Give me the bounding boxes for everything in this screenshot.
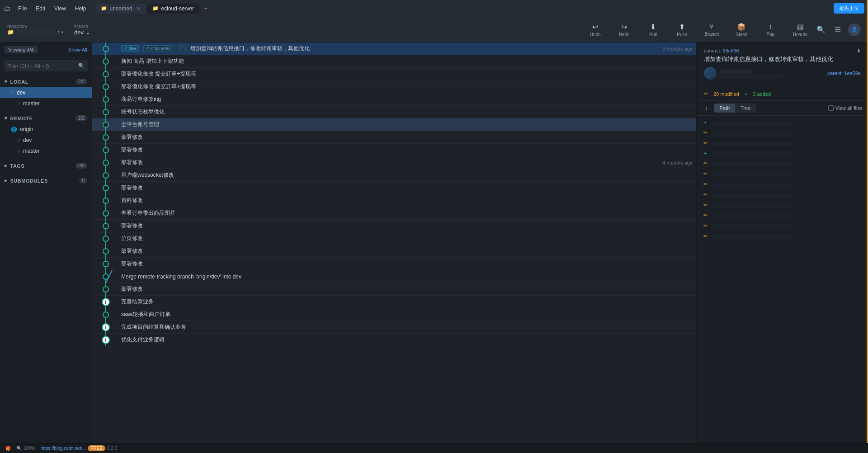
add-tab-button[interactable]: +: [200, 3, 211, 14]
status-bar: 🎁 🔍 100% https://blog.csdn.net/... FREE …: [0, 443, 868, 453]
view-all-checkbox[interactable]: [828, 105, 834, 111]
svg-point-46: [103, 312, 108, 317]
file-item[interactable]: +— — — — — — — — — — — — —: [697, 148, 868, 158]
tab-ecloud-server[interactable]: 📁 ecloud-server: [147, 4, 200, 14]
menu-help[interactable]: Help: [71, 4, 90, 14]
local-section-header[interactable]: ▾ LOCAL 2/2: [0, 76, 92, 87]
show-all-button[interactable]: Show All: [68, 47, 87, 52]
file-item[interactable]: ✏— — — — — — — — — — — — —: [697, 169, 868, 179]
repo-selector[interactable]: repository 📁 — — — — — — › ›: [7, 24, 71, 35]
sort-button[interactable]: ↕: [702, 104, 711, 113]
search-button[interactable]: 🔍: [815, 24, 827, 36]
branch-label: branch: [74, 24, 119, 29]
commit-row[interactable]: 分页修改: [92, 232, 696, 245]
file-item[interactable]: ✏— — — — — — — — — — — — —: [697, 231, 868, 241]
file-item[interactable]: ✏— — — — — — — — — — — — —: [697, 127, 868, 138]
avatar[interactable]: 👤: [848, 24, 861, 36]
file-list: +— — — — — — — — — — — — —✏— — — — — — —…: [697, 116, 868, 453]
commit-row[interactable]: i完成项目的结算和确认业务: [92, 321, 696, 334]
commit-row[interactable]: i完善结算业务: [92, 296, 696, 308]
redo-button[interactable]: ↪ Redo: [611, 20, 638, 40]
commit-message: 部署修改: [121, 247, 693, 255]
commit-row[interactable]: 用户端websocket修改: [92, 169, 696, 182]
commit-message: 用户端websocket修改: [121, 171, 693, 179]
menu-bar: File Edit View Help: [14, 4, 90, 14]
commit-row[interactable]: 部署修改: [92, 220, 696, 232]
commit-row[interactable]: 部署修改: [92, 182, 696, 194]
commit-row[interactable]: 商品订单修改ing: [92, 93, 696, 106]
parent-ref: parent: 1ea59a: [827, 71, 861, 76]
sidebar-item-origin-master[interactable]: ⑂ master: [0, 146, 92, 156]
commit-row[interactable]: 部署優化修改 提交訂單+提现等: [92, 80, 696, 93]
file-item[interactable]: ✏— — — — — — — — — — — — —: [697, 189, 868, 200]
menu-button[interactable]: ☰: [833, 24, 843, 36]
file-item[interactable]: ✏— — — — — — — — — — — — —: [697, 200, 868, 210]
push-button[interactable]: ⬆ Push: [669, 20, 696, 40]
tags-section-header[interactable]: ▸ TAGS 0/0: [0, 160, 92, 171]
commit-info: 部署修改: [119, 133, 693, 141]
file-modified-icon: ✏: [702, 233, 708, 239]
submodules-section-header[interactable]: ▸ SUBMODULES 0: [0, 175, 92, 186]
menu-file[interactable]: File: [14, 4, 30, 14]
sidebar-item-origin-dev[interactable]: ⑂ dev: [0, 135, 92, 146]
commit-row[interactable]: 部署優化修改 提交訂單+提现等: [92, 68, 696, 80]
menu-edit[interactable]: Edit: [32, 4, 49, 14]
view-path-button[interactable]: Path: [714, 104, 736, 113]
branch-selector[interactable]: branch dev ⌄: [74, 24, 119, 36]
title-bar-right: 抢先上传: [834, 3, 864, 14]
sidebar-item-dev[interactable]: ⑂ dev: [0, 87, 92, 98]
commit-row[interactable]: 部署修改4 months ago: [92, 156, 696, 169]
file-item[interactable]: ✏— — — — — — — — — — — — —: [697, 138, 868, 148]
file-item[interactable]: ✏— — — — — — — — — — — — —: [697, 210, 868, 221]
gift-icon: 🎁: [5, 446, 11, 451]
file-name: — — — — — — — — — — — — —: [711, 223, 863, 229]
file-item[interactable]: +— — — — — — — — — — — — —: [697, 118, 868, 127]
commit-row[interactable]: 全平台账号管理: [92, 118, 696, 131]
commit-row[interactable]: 查看订单带出商品图片: [92, 207, 696, 220]
view-all-files[interactable]: View all files: [828, 105, 863, 111]
tab-repo-icon: 📁: [152, 5, 159, 11]
origin-master-label: master: [23, 148, 40, 154]
upload-button[interactable]: 抢先上传: [834, 3, 864, 14]
commit-info: 部署修改: [119, 260, 693, 268]
remote-section-header[interactable]: ▾ REMOTE 2/2: [0, 113, 92, 124]
file-item[interactable]: ✏— — — — — — — — — — — — —: [697, 221, 868, 231]
commit-row[interactable]: i优化支付业务逻辑: [92, 334, 696, 346]
commit-row[interactable]: Merge remote-tracking branch 'origin/dev…: [92, 270, 696, 283]
tab-unnamed[interactable]: 📁 unnamed ✕: [95, 4, 146, 14]
undo-button[interactable]: ↩ Undo: [582, 20, 609, 40]
branch-button[interactable]: ⑂ Branch: [698, 20, 726, 39]
file-item[interactable]: ✏— — — — — — — — — — — — —: [697, 158, 868, 169]
stash-button[interactable]: 📦 Stash: [728, 20, 755, 40]
pull-button[interactable]: ⬇ Pull: [640, 20, 667, 40]
commit-row[interactable]: 部署修改: [92, 131, 696, 144]
commit-row[interactable]: 账号状态枚举优化: [92, 106, 696, 118]
view-tree-button[interactable]: Tree: [735, 104, 756, 113]
zoom-level: 100%: [24, 446, 35, 451]
pop-icon: ↑: [769, 23, 772, 31]
menu-view[interactable]: View: [51, 4, 70, 14]
sidebar-item-master[interactable]: ⑂ master: [0, 98, 92, 109]
commit-row[interactable]: ✓ dev⊙ origin/dev□增加查询转账信息接口，修改转账审核，其他优化…: [92, 42, 696, 55]
boards-button[interactable]: ▦ Boards: [786, 20, 815, 40]
sidebar-item-origin[interactable]: 🌐 origin: [0, 124, 92, 135]
pop-button[interactable]: ↑ Pop: [757, 20, 784, 39]
commit-row[interactable]: saas轮播和商户订单: [92, 308, 696, 321]
stash-icon: 📦: [737, 23, 746, 31]
file-item[interactable]: ✏— — — — — — — — — — — — —: [697, 179, 868, 189]
tab-folder-icon: 📁: [101, 5, 107, 11]
commit-row[interactable]: 部署修改: [92, 144, 696, 156]
filter-input[interactable]: [7, 63, 78, 69]
blog-link[interactable]: https://blog.csdn.net/...: [41, 446, 86, 451]
commit-row[interactable]: 新闻 商品 增加上下架功能: [92, 55, 696, 68]
commit-row[interactable]: 部署修改: [92, 245, 696, 258]
file-name: — — — — — — — — — — — — —: [711, 151, 863, 156]
commit-message: 增加查询转账信息接口，修改转账审核，其他优化: [190, 45, 656, 52]
tab-close-icon[interactable]: ✕: [136, 5, 141, 12]
commit-row[interactable]: 部署修改: [92, 283, 696, 296]
commit-message: 部署修改: [121, 159, 656, 166]
commit-row[interactable]: 部署修改: [92, 258, 696, 270]
commit-row[interactable]: 百科修改: [92, 194, 696, 207]
download-icon[interactable]: ⬇: [857, 48, 861, 54]
graph-col: [92, 80, 119, 93]
